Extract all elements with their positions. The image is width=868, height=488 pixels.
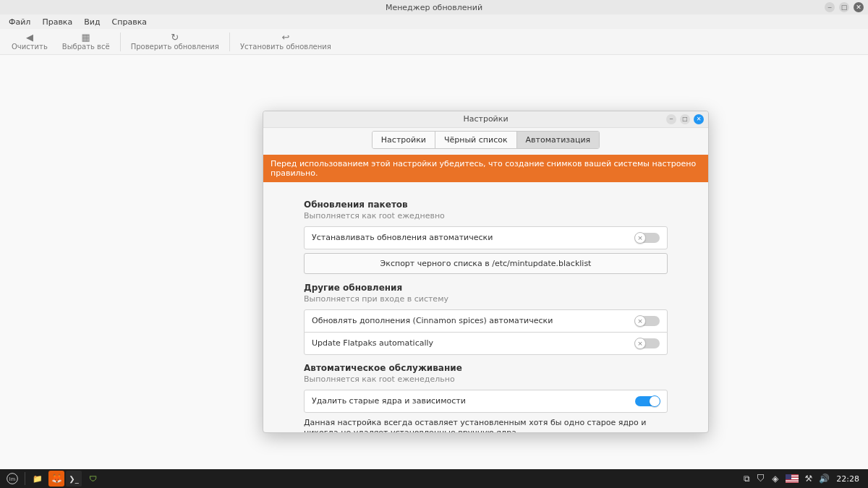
row-spices-label: Обновлять дополнения (Cinnamon spices) а… — [312, 316, 553, 325]
toolbar-clear-label: Очистить — [12, 43, 48, 51]
section-packages-title: Обновления пакетов — [304, 200, 668, 210]
keyboard-layout-flag[interactable] — [786, 474, 799, 483]
export-blacklist-button[interactable]: Экспорт черного списка в /etc/mintupdate… — [304, 253, 668, 274]
section-maint-title: Автоматическое обслуживание — [304, 363, 668, 373]
menu-view[interactable]: Вид — [78, 15, 106, 29]
tray-updates-icon[interactable]: ◈ — [772, 474, 778, 484]
toolbar-clear[interactable]: ◀ Очистить — [4, 31, 55, 52]
main-window-title: Менеджер обновлений — [386, 3, 482, 12]
dialog-tabstrip: Настройки Чёрный список Автоматизация — [263, 128, 708, 149]
toggle-remove-kernels[interactable] — [635, 396, 660, 406]
taskbar-right: ⧉ ⛉ ◈ ⚒ 🔊 22:28 — [744, 474, 865, 484]
firefox-icon: 🦊 — [51, 474, 62, 484]
tab-preferences[interactable]: Настройки — [373, 132, 435, 148]
warning-banner: Перед использованием этой настройки убед… — [263, 155, 708, 182]
network-icon[interactable]: ⚒ — [805, 474, 813, 484]
section-packages-sub: Выполняется как root ежедневно — [304, 211, 668, 221]
row-flatpak: Update Flatpaks automatically × — [304, 332, 668, 355]
toggle-spices[interactable]: × — [635, 316, 660, 326]
row-flatpak-label: Update Flatpaks automatically — [312, 338, 433, 348]
dialog-titlebar: Настройки ‒ □ ✕ — [263, 111, 708, 128]
folder-icon: 📁 — [33, 474, 43, 484]
refresh-icon: ↻ — [171, 33, 179, 43]
toolbar-check-updates[interactable]: ↻ Проверить обновления — [124, 31, 226, 52]
dialog-title: Настройки — [463, 114, 508, 124]
select-all-icon: ▦ — [82, 33, 90, 43]
dialog-minimize-button[interactable]: ‒ — [666, 114, 676, 124]
toolbar-install-label: Установить обновления — [240, 43, 331, 51]
maint-note: Данная настройка всегда оставляет устано… — [304, 418, 668, 432]
tray-shield-icon[interactable]: ⛉ — [757, 474, 765, 484]
clear-icon: ◀ — [26, 33, 33, 43]
toolbar-install-updates[interactable]: ↩ Установить обновления — [233, 31, 339, 52]
toolbar: ◀ Очистить ▦ Выбрать всё ↻ Проверить обн… — [0, 29, 868, 55]
menubar: Файл Правка Вид Справка — [0, 14, 868, 29]
row-auto-install-label: Устанавливать обновления автоматически — [312, 233, 493, 242]
toolbar-separator — [229, 33, 230, 51]
start-menu-button[interactable]: lm — [3, 471, 22, 487]
taskbar-update-manager[interactable]: 🛡 — [83, 471, 102, 487]
taskbar-files[interactable]: 📁 — [28, 471, 47, 487]
row-remove-kernels-label: Удалить старые ядра и зависимости — [312, 396, 466, 406]
maximize-button[interactable]: □ — [839, 2, 849, 12]
volume-icon[interactable]: 🔊 — [819, 474, 830, 484]
close-button[interactable]: ✕ — [854, 2, 864, 12]
taskbar: lm 📁 🦊 ❯_ 🛡 ⧉ ⛉ ◈ ⚒ 🔊 22:28 — [0, 469, 868, 488]
toggle-auto-install[interactable]: × — [635, 233, 660, 243]
section-maint-sub: Выполняется как root еженедельно — [304, 374, 668, 384]
minimize-button[interactable]: ‒ — [825, 2, 835, 12]
row-spices: Обновлять дополнения (Cinnamon spices) а… — [304, 309, 668, 333]
section-other-title: Другие обновления — [304, 283, 668, 293]
preferences-dialog: Настройки ‒ □ ✕ Настройки Чёрный список … — [263, 111, 709, 433]
toolbar-select-all[interactable]: ▦ Выбрать всё — [55, 31, 117, 52]
row-remove-kernels: Удалить старые ядра и зависимости — [304, 390, 668, 413]
main-titlebar: Менеджер обновлений ‒ □ ✕ — [0, 0, 868, 14]
dialog-close-button[interactable]: ✕ — [694, 114, 704, 124]
row-auto-install: Устанавливать обновления автоматически × — [304, 226, 668, 249]
menu-edit[interactable]: Правка — [36, 15, 78, 29]
dialog-tabs: Настройки Чёрный список Автоматизация — [372, 131, 600, 149]
taskbar-separator — [25, 472, 25, 485]
tab-automation[interactable]: Автоматизация — [517, 132, 600, 148]
taskbar-firefox[interactable]: 🦊 — [48, 471, 64, 487]
shield-icon: 🛡 — [89, 474, 97, 484]
dialog-body: Обновления пакетов Выполняется как root … — [263, 182, 708, 432]
dialog-window-controls: ‒ □ ✕ — [666, 114, 704, 124]
tab-blacklist[interactable]: Чёрный список — [435, 132, 517, 148]
toolbar-check-label: Проверить обновления — [131, 43, 219, 51]
main-window-controls: ‒ □ ✕ — [825, 2, 864, 12]
dialog-maximize-button[interactable]: □ — [680, 114, 690, 124]
toolbar-select-all-label: Выбрать всё — [62, 43, 110, 51]
section-other-sub: Выполняется при входе в систему — [304, 294, 668, 304]
install-icon: ↩ — [281, 33, 289, 43]
tray-expand-icon[interactable]: ⧉ — [744, 474, 750, 484]
toolbar-separator — [120, 33, 121, 51]
mint-logo-icon: lm — [7, 473, 18, 484]
svg-text:lm: lm — [9, 476, 15, 482]
menu-file[interactable]: Файл — [3, 15, 36, 29]
toggle-flatpak[interactable]: × — [635, 338, 660, 348]
taskbar-terminal[interactable]: ❯_ — [66, 471, 82, 487]
taskbar-clock[interactable]: 22:28 — [836, 474, 859, 484]
terminal-icon: ❯_ — [69, 475, 78, 483]
taskbar-left: lm 📁 🦊 ❯_ 🛡 — [3, 471, 102, 487]
menu-help[interactable]: Справка — [106, 15, 153, 29]
